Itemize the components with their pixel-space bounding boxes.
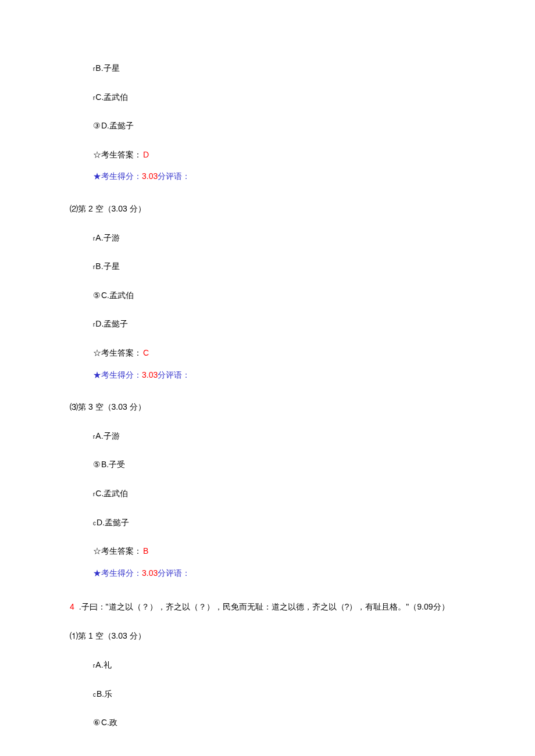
- score-suffix: 分评语：: [158, 370, 190, 379]
- option-item: rA.礼: [70, 660, 465, 671]
- option-label: B.子星: [95, 63, 119, 73]
- score-prefix: ★考生得分：: [93, 568, 142, 578]
- option-marker: ⑤: [93, 460, 101, 469]
- option-label: D.孟懿子: [97, 518, 129, 527]
- option-label: B.乐: [97, 689, 112, 698]
- option-label: A.礼: [95, 660, 111, 669]
- page-content: rB.子星 rC.孟武伯 ③D.孟懿子 ☆考生答案：D ★考生得分：3.03分评…: [0, 0, 535, 756]
- sub-question-heading: ⑶第 3 空（3.03 分）: [70, 402, 465, 413]
- option-item: cD.孟懿子: [70, 517, 465, 529]
- option-label: D.孟懿子: [95, 319, 128, 328]
- option-item: cB.乐: [70, 689, 465, 700]
- score-prefix: ★考生得分：: [93, 370, 142, 379]
- answer-line: ☆考生答案：D: [70, 149, 465, 161]
- option-label: B.子受: [101, 460, 125, 469]
- score-line: ★考生得分：3.03分评语：: [70, 568, 465, 579]
- option-item: ⑥C.政: [70, 717, 465, 729]
- option-item: ③D.孟懿子: [70, 120, 465, 132]
- score-suffix: 分评语：: [158, 171, 190, 181]
- option-marker: r: [93, 491, 95, 497]
- option-label: C.孟武伯: [95, 92, 128, 102]
- option-marker: r: [93, 235, 95, 242]
- answer-value: C: [143, 348, 149, 357]
- option-marker: r: [93, 95, 95, 101]
- option-marker: r: [93, 433, 95, 440]
- answer-line: ☆考生答案：C: [70, 347, 465, 359]
- option-marker: r: [93, 264, 95, 270]
- answer-value: D: [143, 150, 149, 159]
- score-prefix: ★考生得分：: [93, 171, 142, 181]
- option-marker: ⑥: [93, 718, 101, 727]
- option-item: rD.孟懿子: [70, 318, 465, 330]
- option-item: ⑤B.子受: [70, 459, 465, 471]
- answer-value: B: [143, 546, 148, 556]
- option-marker: r: [93, 321, 95, 328]
- sub-question-heading: ⑵第 2 空（3.03 分）: [70, 203, 465, 215]
- option-item: rC.孟武伯: [70, 488, 465, 500]
- question-number: 4: [70, 602, 74, 611]
- score-value: 3.03: [142, 568, 158, 578]
- option-label: C.政: [101, 718, 117, 727]
- option-marker: c: [93, 691, 96, 698]
- option-item: rA.子游: [70, 431, 465, 442]
- option-marker: r: [93, 66, 95, 72]
- score-value: 3.03: [142, 171, 158, 181]
- score-line: ★考生得分：3.03分评语：: [70, 171, 465, 182]
- answer-line: ☆考生答案：B: [70, 546, 465, 557]
- answer-prefix: ☆考生答案：: [93, 150, 142, 159]
- question-stem: 4 .子曰："道之以（？），齐之以（？），民免而无耻：道之以德，齐之以（?），有…: [70, 600, 465, 614]
- option-label: C.孟武伯: [95, 489, 128, 498]
- option-marker: c: [93, 520, 96, 526]
- option-item: rA.子游: [70, 232, 465, 244]
- option-item: rB.子星: [70, 261, 465, 273]
- option-item: ⑤C.孟武伯: [70, 290, 465, 302]
- option-label: A.子游: [95, 233, 119, 242]
- sub-question-heading: ⑴第 1 空（3.03 分）: [70, 630, 465, 642]
- option-label: D.孟懿子: [101, 121, 134, 130]
- answer-prefix: ☆考生答案：: [93, 546, 142, 556]
- option-label: C.孟武伯: [101, 291, 134, 300]
- score-line: ★考生得分：3.03分评语：: [70, 370, 465, 381]
- score-value: 3.03: [142, 370, 158, 379]
- option-item: rB.子星: [70, 63, 465, 74]
- option-marker: r: [93, 662, 95, 669]
- option-item: rC.孟武伯: [70, 92, 465, 103]
- answer-prefix: ☆考生答案：: [93, 348, 142, 357]
- option-marker: ③: [93, 121, 101, 130]
- score-suffix: 分评语：: [158, 568, 190, 578]
- option-label: B.子星: [95, 261, 119, 271]
- option-label: A.子游: [95, 431, 119, 440]
- option-marker: ⑤: [93, 291, 101, 300]
- question-text: .子曰："道之以（？），齐之以（？），民免而无耻：道之以德，齐之以（?），有耻且…: [77, 602, 450, 611]
